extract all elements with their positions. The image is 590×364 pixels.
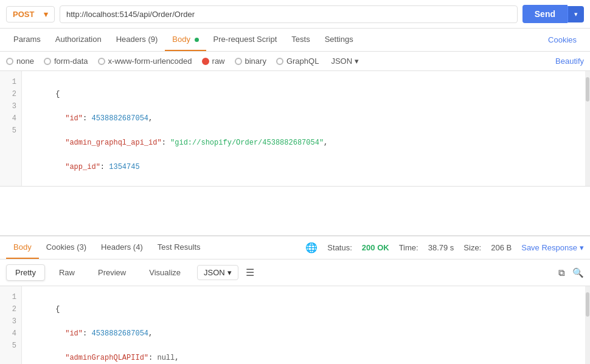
tab-pre-request-script[interactable]: Pre-request Script — [206, 29, 285, 51]
response-editor: 1 2 3 4 5 { "id": 4538882687054, "adminG… — [0, 286, 590, 364]
send-button[interactable]: Send — [522, 5, 567, 23]
tab-body[interactable]: Body — [165, 29, 206, 51]
radio-raw-icon — [202, 58, 209, 65]
body-type-form-data[interactable]: form-data — [44, 57, 88, 66]
method-chevron-icon: ▾ — [44, 10, 48, 19]
resp-btn-raw[interactable]: Raw — [50, 264, 84, 281]
resp-icons: ⧉ 🔍 — [558, 267, 584, 278]
size-label: Size: — [463, 243, 481, 252]
send-button-group: Send ▾ — [522, 5, 584, 23]
body-type-none-label: none — [16, 57, 34, 66]
method-selector[interactable]: POST ▾ — [6, 6, 55, 22]
request-editor: 1 2 3 4 5 { "id": 4538882687054, "admin_… — [0, 71, 590, 187]
resp-btn-visualize[interactable]: Visualize — [140, 264, 190, 281]
send-arrow-button[interactable]: ▾ — [567, 6, 584, 22]
body-type-form-data-label: form-data — [54, 57, 88, 66]
resp-tab-cookies[interactable]: Cookies (3) — [39, 236, 94, 259]
format-chevron-icon: ▾ — [355, 57, 359, 66]
status-info: 🌐 Status: 200 OK Time: 38.79 s Size: 206… — [305, 242, 584, 253]
response-format-row: Pretty Raw Preview Visualize JSON ▾ ☰ ⧉ … — [0, 259, 590, 286]
request-line-numbers: 1 2 3 4 5 — [0, 71, 22, 186]
body-type-row: none form-data x-www-form-urlencoded raw… — [0, 52, 590, 71]
resp-format-label: JSON — [204, 268, 225, 277]
wrap-icon[interactable]: ☰ — [246, 267, 254, 278]
radio-form-data-icon — [44, 58, 51, 65]
resp-btn-pretty[interactable]: Pretty — [6, 264, 45, 281]
body-type-none[interactable]: none — [6, 57, 34, 66]
globe-icon: 🌐 — [305, 242, 318, 253]
url-input[interactable] — [60, 5, 518, 23]
size-value: 206 B — [491, 243, 512, 252]
save-response-chevron-icon: ▾ — [580, 243, 584, 252]
tab-params[interactable]: Params — [6, 29, 48, 51]
tab-settings[interactable]: Settings — [318, 29, 361, 51]
response-line-numbers: 1 2 3 4 5 — [0, 286, 22, 364]
resp-format-chevron-icon: ▾ — [227, 268, 232, 277]
method-label: POST — [13, 10, 34, 19]
resp-tab-test-results[interactable]: Test Results — [150, 236, 208, 259]
tab-headers[interactable]: Headers (9) — [109, 29, 165, 51]
status-label: Status: — [327, 243, 352, 252]
resp-format-selector[interactable]: JSON ▾ — [197, 265, 238, 280]
format-label: JSON — [331, 57, 352, 66]
empty-area — [0, 187, 590, 235]
top-bar: POST ▾ Send ▾ — [0, 0, 590, 29]
radio-graphql-icon — [276, 58, 283, 65]
resp-tab-body[interactable]: Body — [6, 236, 39, 259]
beautify-button[interactable]: Beautify — [555, 57, 584, 66]
time-label: Time: — [399, 243, 418, 252]
tab-authorization[interactable]: Authorization — [48, 29, 109, 51]
body-type-graphql-label: GraphQL — [286, 57, 319, 66]
response-scrollbar[interactable] — [585, 286, 590, 364]
search-icon[interactable]: 🔍 — [572, 267, 584, 278]
body-type-graphql[interactable]: GraphQL — [276, 57, 319, 66]
resp-tab-headers[interactable]: Headers (4) — [94, 236, 150, 259]
format-selector[interactable]: JSON ▾ — [331, 57, 359, 66]
body-type-x-www[interactable]: x-www-form-urlencoded — [98, 57, 192, 66]
request-code-content[interactable]: { "id": 4538882687054, "admin_graphql_ap… — [22, 71, 585, 186]
body-type-raw[interactable]: raw — [202, 57, 225, 66]
tabs-row: Params Authorization Headers (9) Body Pr… — [0, 29, 590, 52]
body-type-x-www-label: x-www-form-urlencoded — [108, 57, 192, 66]
body-type-binary-label: binary — [245, 57, 266, 66]
cookies-link[interactable]: Cookies — [541, 29, 584, 50]
time-value: 38.79 s — [428, 243, 454, 252]
radio-binary-icon — [235, 58, 242, 65]
request-scrollbar[interactable] — [585, 71, 590, 186]
response-code-content[interactable]: { "id": 4538882687054, "adminGraphQLAPII… — [22, 286, 585, 364]
resp-btn-preview[interactable]: Preview — [89, 264, 135, 281]
save-response-button[interactable]: Save Response ▾ — [521, 243, 584, 252]
radio-none-icon — [6, 58, 13, 65]
response-header: Body Cookies (3) Headers (4) Test Result… — [0, 235, 590, 259]
radio-x-www-icon — [98, 58, 105, 65]
body-type-raw-label: raw — [212, 57, 225, 66]
body-type-binary[interactable]: binary — [235, 57, 266, 66]
tab-tests[interactable]: Tests — [284, 29, 317, 51]
copy-icon[interactable]: ⧉ — [558, 267, 565, 278]
status-value: 200 OK — [362, 243, 389, 252]
save-response-label: Save Response — [521, 243, 577, 252]
